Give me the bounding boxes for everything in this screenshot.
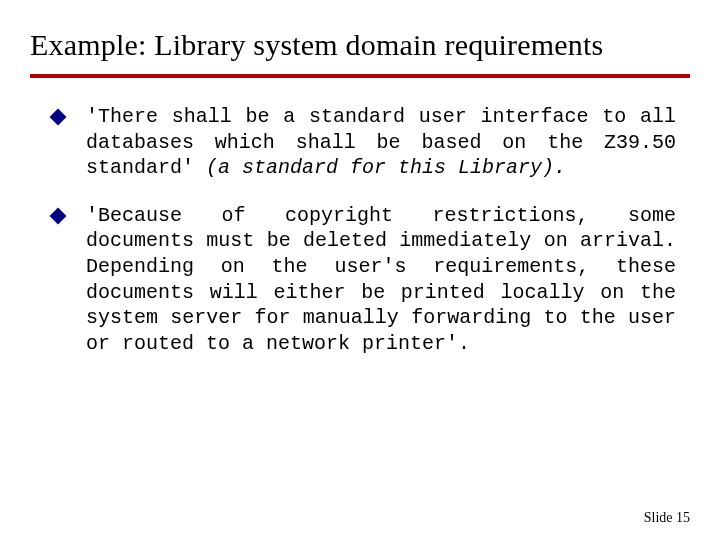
- bullet-text: 'There shall be a standard user interfac…: [86, 104, 676, 181]
- diamond-bullet-icon: [50, 207, 67, 224]
- bullet-list: 'There shall be a standard user interfac…: [30, 104, 690, 356]
- bullet-italic-text: (a standard for this Library).: [206, 156, 566, 179]
- bullet-item: 'There shall be a standard user interfac…: [52, 104, 676, 181]
- slide-title: Example: Library system domain requireme…: [30, 28, 690, 62]
- title-underline: [30, 74, 690, 78]
- bullet-main-text: 'Because of copyright restrictions, some…: [86, 204, 676, 355]
- bullet-text: 'Because of copyright restrictions, some…: [86, 203, 676, 357]
- slide: Example: Library system domain requireme…: [0, 0, 720, 540]
- diamond-bullet-icon: [50, 109, 67, 126]
- bullet-item: 'Because of copyright restrictions, some…: [52, 203, 676, 357]
- slide-number: Slide 15: [644, 510, 690, 526]
